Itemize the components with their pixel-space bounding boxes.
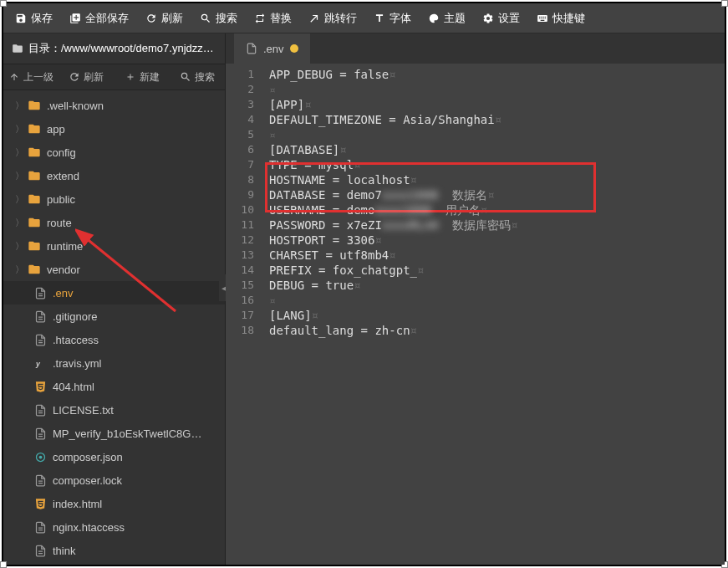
tree-item-public[interactable]: 〉public: [3, 187, 225, 211]
tree-item-mp-verify-b1oesktwetlc8g-[interactable]: MP_verify_b1oEskTwetlC8G…: [3, 422, 225, 445]
subbar-up-button[interactable]: 上一级: [3, 64, 59, 90]
tree-item-label: composer.lock: [53, 474, 122, 487]
code-line-5: ¤: [269, 127, 725, 142]
tree-item-label: public: [47, 193, 75, 206]
main-toolbar: 保存全部保存刷新搜索替换跳转行字体主题设置快捷键: [3, 3, 725, 33]
code-line-11: PASSWORD = x7eZIxxxxRLnH 数据库密码¤: [269, 217, 725, 233]
tree-item--well-known[interactable]: 〉.well-known: [3, 94, 225, 117]
code-line-4: DEFAULT_TIMEZONE = Asia/Shanghai¤: [269, 112, 725, 127]
tree-item-404-html[interactable]: 404.html: [3, 375, 225, 398]
folder-icon: [28, 263, 41, 276]
tree-item-label: .gitignore: [53, 310, 97, 323]
line-number: 17: [226, 308, 254, 323]
doc-icon: [33, 403, 47, 417]
tree-item--htaccess[interactable]: .htaccess: [3, 328, 225, 351]
subbar-new-button[interactable]: 新建: [115, 64, 170, 90]
chevron-right-icon: 〉: [15, 170, 22, 182]
yml-icon: y: [33, 356, 47, 370]
code-content[interactable]: APP_DEBUG = false¤¤[APP]¤DEFAULT_TIMEZON…: [262, 64, 725, 565]
code-line-12: HOSTPORT = 3306¤: [269, 233, 725, 248]
tree-item-index-html[interactable]: index.html: [3, 492, 225, 515]
toolbar-font-button[interactable]: 字体: [365, 3, 420, 33]
tree-item-extend[interactable]: 〉extend: [3, 164, 225, 187]
tree-item--gitignore[interactable]: .gitignore: [3, 304, 225, 328]
toolbar-goto-button[interactable]: 跳转行: [300, 3, 365, 33]
file-icon: [246, 43, 257, 54]
html-icon: [33, 497, 47, 510]
doc-icon: [33, 473, 47, 487]
chevron-right-icon: 〉: [15, 240, 22, 253]
shortcut-icon: [537, 13, 548, 24]
tree-item-label: think: [53, 545, 75, 557]
subbar-label: 刷新: [84, 70, 104, 84]
tree-item--travis-yml[interactable]: y.travis.yml: [3, 351, 225, 375]
toolbar-replace-button[interactable]: 替换: [246, 3, 300, 33]
tree-item-composer-json[interactable]: composer.json: [3, 445, 225, 468]
chevron-right-icon: 〉: [15, 100, 22, 112]
editor-pane: ◀ .env 123456789101112131415161718 APP_D…: [226, 33, 725, 565]
toolbar-theme-button[interactable]: 主题: [420, 3, 474, 33]
subbar-refresh-button[interactable]: 刷新: [59, 64, 114, 90]
toolbar-refresh-button[interactable]: 刷新: [137, 3, 191, 33]
code-line-7: TYPE = mysql¤: [269, 157, 725, 172]
line-number: 4: [226, 112, 254, 127]
toolbar-label: 设置: [498, 11, 520, 26]
folder-icon: [28, 146, 41, 159]
theme-icon: [428, 13, 440, 24]
tree-item-app[interactable]: 〉app: [3, 117, 225, 141]
tree-item-label: 404.html: [53, 381, 94, 393]
tree-item-nginx-htaccess[interactable]: nginx.htaccess: [3, 515, 225, 539]
subbar-label: 搜索: [195, 70, 215, 84]
tree-item-think[interactable]: think: [3, 539, 225, 562]
toolbar-search-button[interactable]: 搜索: [191, 3, 246, 33]
tree-item-label: .travis.yml: [53, 357, 102, 370]
tree-item-runtime[interactable]: 〉runtime: [3, 234, 225, 258]
toolbar-label: 主题: [444, 11, 466, 26]
line-number: 13: [226, 248, 254, 263]
chevron-right-icon: 〉: [15, 146, 22, 159]
doc-icon: [33, 544, 47, 557]
toolbar-shortcut-button[interactable]: 快捷键: [528, 3, 593, 33]
folder-icon: [12, 43, 23, 54]
tree-item-route[interactable]: 〉route: [3, 211, 225, 234]
tree-item-label: app: [47, 123, 65, 136]
line-number: 14: [226, 263, 254, 278]
subbar-label: 新建: [140, 70, 160, 84]
toolbar-save-button[interactable]: 保存: [7, 3, 61, 33]
tree-item-label: runtime: [47, 240, 83, 253]
doc-icon: [33, 427, 47, 440]
tree-item-label: extend: [47, 170, 79, 182]
tab-env[interactable]: .env: [234, 33, 310, 64]
code-area[interactable]: 123456789101112131415161718 APP_DEBUG = …: [226, 64, 725, 565]
code-line-18: default_lang = zh-cn¤: [269, 323, 725, 338]
toolbar-saveall-button[interactable]: 全部保存: [61, 3, 137, 33]
line-number: 1: [226, 67, 254, 82]
font-icon: [374, 13, 385, 24]
folder-icon: [28, 216, 41, 229]
line-number: 5: [226, 127, 254, 142]
search-icon: [180, 71, 191, 83]
line-number: 7: [226, 157, 254, 172]
editor-tabs: .env: [226, 33, 725, 64]
refresh-icon: [145, 13, 157, 24]
code-line-15: DEBUG = true¤: [269, 278, 725, 293]
code-line-13: CHARSET = utf8mb4¤: [269, 248, 725, 263]
toolbar-settings-button[interactable]: 设置: [474, 3, 528, 33]
svg-text:y: y: [34, 359, 40, 367]
tree-item-license-txt[interactable]: LICENSE.txt: [3, 398, 225, 422]
tree-item-label: MP_verify_b1oEskTwetlC8G…: [53, 427, 201, 440]
tree-item-vendor[interactable]: 〉vendor: [3, 258, 225, 281]
tab-label: .env: [263, 43, 284, 55]
goto-icon: [308, 13, 320, 24]
folder-icon: [28, 169, 41, 182]
tree-item-composer-lock[interactable]: composer.lock: [3, 468, 225, 492]
tree-item--env[interactable]: .env: [3, 281, 225, 304]
folder-icon: [28, 192, 41, 206]
doc-icon: [33, 520, 47, 534]
tree-item-config[interactable]: 〉config: [3, 141, 225, 164]
file-tree-sidebar: 目录：/www/wwwroot/demo7.ynjdzzd… 上一级刷新新建搜索…: [3, 33, 226, 565]
subbar-search-button[interactable]: 搜索: [170, 64, 225, 90]
line-number: 12: [226, 233, 254, 248]
doc-icon: [33, 286, 47, 299]
line-number: 8: [226, 172, 254, 187]
